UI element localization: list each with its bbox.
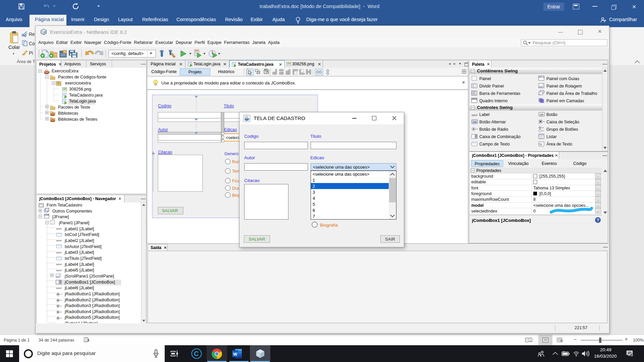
- svg-text:maximumRowCount: maximumRowCount: [471, 197, 509, 202]
- svg-text:label: label: [472, 114, 477, 117]
- svg-text:<config. default>: <config. default>: [111, 51, 144, 56]
- svg-text:txtAutor [JTextField]: txtAutor [JTextField]: [65, 244, 102, 249]
- svg-text:editable: editable: [471, 180, 486, 184]
- svg-text:Campo de Texto: Campo de Texto: [479, 142, 510, 146]
- svg-text:Codigo: Codigo: [158, 104, 171, 108]
- svg-text:Genero: Genero: [224, 152, 238, 156]
- svg-text:jLabel5 [JLabel]: jLabel5 [JLabel]: [64, 268, 94, 273]
- svg-text:label: label: [56, 263, 62, 266]
- svg-text:Painel: Painel: [479, 76, 491, 81]
- svg-text:Outros Componentes: Outros Componentes: [52, 209, 92, 214]
- svg-text:...: ...: [597, 203, 599, 207]
- svg-text:jButton1 [JButton]: jButton1 [JButton]: [64, 321, 98, 323]
- svg-text:Label: Label: [479, 112, 490, 117]
- svg-text:Contêineres Swing: Contêineres Swing: [477, 68, 518, 73]
- svg-text:Caixa de Seleção: Caixa de Seleção: [546, 120, 579, 124]
- svg-text:jPanel1 [JPanel]: jPanel1 [JPanel]: [59, 221, 89, 225]
- svg-text:jLabel4 [JLabel]: jLabel4 [JLabel]: [64, 262, 94, 267]
- svg-text:jRadioButton5 [JRadioButton]: jRadioButton5 [JRadioButton]: [64, 315, 120, 320]
- svg-text:W: W: [233, 352, 237, 357]
- svg-text:jScrollPane1 [JScrollPane]: jScrollPane1 [JScrollPane]: [64, 274, 114, 279]
- svg-text:jRadioButton3 [JRadioButton]: jRadioButton3 [JRadioButton]: [64, 303, 120, 308]
- svg-text:jRadioButton2 [JRadioButton]: jRadioButton2 [JRadioButton]: [64, 298, 120, 302]
- svg-text:SALVAR: SALVAR: [162, 208, 178, 213]
- svg-text:...: ...: [597, 197, 599, 201]
- svg-text:Titulo: Titulo: [224, 104, 234, 108]
- svg-text:Área de Texto: Área de Texto: [546, 141, 572, 146]
- svg-text:308256.png: 308256.png: [69, 87, 91, 92]
- svg-text:Autor: Autor: [158, 127, 168, 132]
- svg-text:Ficc: Ficc: [232, 179, 240, 183]
- svg-text:Painel em Camadas: Painel em Camadas: [546, 99, 584, 103]
- svg-text:label: label: [56, 269, 62, 272]
- svg-text:jRadioButton1 [JRadioButton]: jRadioButton1 [JRadioButton]: [64, 292, 120, 296]
- svg-text:Botão de Rádio: Botão de Rádio: [479, 127, 508, 132]
- svg-text:tx: tx: [540, 142, 542, 146]
- svg-text:Citacao: Citacao: [158, 150, 172, 155]
- svg-text:TelaCadastro.java: TelaCadastro.java: [69, 93, 103, 98]
- svg-text:Form TelaCadastro: Form TelaCadastro: [47, 203, 82, 207]
- svg-text:Painel de Rolagem: Painel de Rolagem: [546, 84, 582, 88]
- svg-text:<selecione uma das opcoes...: <selecione uma das opcoes...: [533, 203, 589, 208]
- svg-text:ExercicioExtra: ExercicioExtra: [52, 69, 78, 73]
- svg-text:OK: OK: [540, 113, 544, 116]
- svg-text:foreground: foreground: [471, 191, 492, 196]
- svg-text:Listar: Listar: [546, 134, 557, 139]
- svg-text:txtTitulo [JTextField]: txtTitulo [JTextField]: [65, 256, 102, 261]
- svg-text:[0,0,0]: [0,0,0]: [539, 191, 551, 196]
- svg-text:...: ...: [597, 192, 599, 195]
- svg-text:label: label: [56, 287, 62, 290]
- svg-text:jLabel1 [JLabel]: jLabel1 [JLabel]: [64, 227, 94, 231]
- svg-text:Bibliotecas: Bibliotecas: [58, 111, 78, 116]
- svg-text:[255,255,255]: [255,255,255]: [539, 174, 565, 179]
- svg-text:Controles Swing: Controles Swing: [477, 105, 513, 110]
- svg-text:Painel da Área de Trabalho: Painel da Área de Trabalho: [546, 91, 597, 96]
- svg-text:txtCod [JTextField]: txtCod [JTextField]: [65, 232, 99, 237]
- svg-text:[JFrame]: [JFrame]: [52, 215, 69, 219]
- svg-text:...: ...: [597, 186, 599, 190]
- svg-text:Pacotes de Códigos-fonte: Pacotes de Códigos-fonte: [58, 75, 106, 79]
- svg-text:Botão Alternar: Botão Alternar: [479, 120, 506, 124]
- svg-text:Bibliotecas de Testes: Bibliotecas de Testes: [58, 117, 97, 122]
- svg-text:Terr: Terr: [232, 169, 239, 174]
- svg-text:Quadro Interno: Quadro Interno: [479, 99, 507, 103]
- svg-text:exercicioextra: exercicioextra: [65, 81, 91, 85]
- svg-text:model: model: [471, 203, 484, 208]
- svg-text:8: 8: [533, 197, 536, 202]
- svg-text:Dividir Painel: Dividir Painel: [479, 84, 504, 88]
- svg-text:Tahoma 13 Simples: Tahoma 13 Simples: [533, 186, 570, 190]
- svg-text:font: font: [471, 186, 478, 190]
- svg-text:label: label: [56, 227, 62, 230]
- svg-text:jLabel6 [JLabel]: jLabel6 [JLabel]: [64, 286, 94, 290]
- svg-text:background: background: [471, 174, 493, 179]
- svg-text:Caixa de Combinação: Caixa de Combinação: [479, 134, 521, 139]
- svg-text:...: ...: [597, 209, 599, 213]
- svg-text:Pacotes de Teste: Pacotes de Teste: [58, 105, 90, 110]
- svg-text:TelaLogin.java: TelaLogin.java: [69, 99, 96, 104]
- svg-text:C: C: [194, 350, 199, 357]
- svg-text:Botão: Botão: [546, 112, 557, 117]
- svg-text:Barra de Ferramentas: Barra de Ferramentas: [479, 91, 520, 96]
- svg-text:jLabel2 [JLabel]: jLabel2 [JLabel]: [64, 238, 94, 243]
- svg-text:jRadioButton4 [JRadioButton]: jRadioButton4 [JRadioButton]: [64, 309, 120, 314]
- svg-text:Grupo de Botões: Grupo de Botões: [546, 127, 578, 132]
- svg-text:ON: ON: [473, 121, 477, 124]
- svg-text:...: ...: [597, 174, 599, 178]
- svg-text:0: 0: [533, 209, 536, 214]
- svg-text:selectedIndex: selectedIndex: [471, 209, 497, 214]
- svg-text:...: ...: [597, 180, 599, 184]
- svg-text:?: ?: [597, 218, 599, 223]
- svg-text:jLabel3 [JLabel]: jLabel3 [JLabel]: [64, 250, 94, 255]
- svg-text:label: label: [56, 239, 62, 242]
- svg-text:Painel com Guias: Painel com Guias: [546, 76, 579, 81]
- svg-text:Edicao: Edicao: [224, 127, 237, 132]
- svg-text:label: label: [56, 251, 62, 254]
- svg-text:jComboBox1 [JComboBox]: jComboBox1 [JComboBox]: [64, 280, 115, 285]
